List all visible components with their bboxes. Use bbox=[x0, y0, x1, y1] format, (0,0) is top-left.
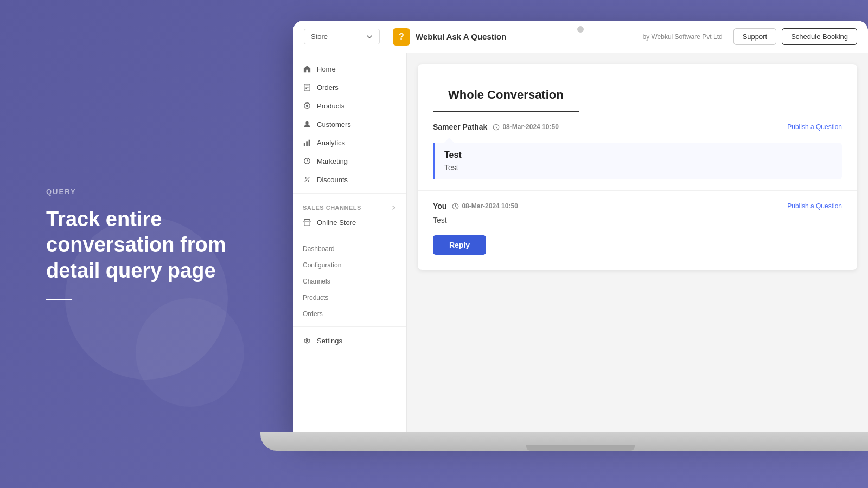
sub-nav-orders[interactable]: Orders bbox=[293, 306, 406, 322]
message-block-1: Sameer Pathak 08-Mar-2024 10:50 bbox=[418, 112, 857, 191]
sidebar-item-discounts[interactable]: Discounts bbox=[293, 170, 406, 189]
app-name: Webkul Ask A Question bbox=[416, 32, 506, 41]
sidebar-item-analytics[interactable]: Analytics bbox=[293, 133, 406, 152]
sidebar-item-customers[interactable]: Customers bbox=[293, 115, 406, 133]
customers-icon bbox=[303, 120, 311, 129]
publish-link-2[interactable]: Publish a Question bbox=[787, 202, 842, 210]
sidebar-divider-1 bbox=[293, 193, 406, 194]
sidebar-item-online-store[interactable]: Online Store bbox=[293, 213, 406, 232]
svg-point-11 bbox=[308, 180, 309, 182]
message-meta-1: Sameer Pathak 08-Mar-2024 10:50 bbox=[433, 123, 842, 131]
screen-content: Store ? Webkul Ask A Question by Webkul … bbox=[293, 21, 868, 433]
analytics-icon bbox=[303, 138, 311, 147]
sub-nav-products[interactable]: Products bbox=[293, 290, 406, 306]
topbar-actions: Support Schedule Booking bbox=[733, 28, 857, 45]
sidebar-item-products[interactable]: Products bbox=[293, 97, 406, 115]
heading-divider bbox=[46, 299, 72, 300]
home-icon bbox=[303, 65, 311, 73]
sub-nav-configuration[interactable]: Configuration bbox=[293, 257, 406, 273]
discounts-icon bbox=[303, 175, 311, 184]
sidebar: Home Orders Products bbox=[293, 53, 407, 433]
reply-meta: You 08-Mar-2024 10:50 bbox=[433, 202, 842, 210]
publish-link-1[interactable]: Publish a Question bbox=[787, 123, 842, 131]
by-text: by Webkul Software Pvt Ltd bbox=[642, 33, 722, 41]
main-heading: Track entire conversation from detail qu… bbox=[46, 207, 282, 284]
settings-icon bbox=[303, 336, 311, 345]
conv-header-wrapper: Whole Conversation bbox=[418, 64, 857, 112]
clock-icon-2 bbox=[452, 203, 459, 210]
svg-point-10 bbox=[305, 177, 307, 179]
reply-time: 08-Mar-2024 10:50 bbox=[452, 202, 518, 210]
sub-nav-channels[interactable]: Channels bbox=[293, 273, 406, 290]
main-area: Whole Conversation Sameer Pathak bbox=[407, 53, 868, 433]
message-bubble-1: Test Test bbox=[433, 143, 842, 179]
left-panel: QUERY Track entire conversation from det… bbox=[0, 0, 282, 488]
svg-rect-9 bbox=[309, 140, 310, 146]
conv-title: Whole Conversation bbox=[448, 88, 564, 102]
orders-icon bbox=[303, 83, 311, 92]
sub-nav-dashboard[interactable]: Dashboard bbox=[293, 241, 406, 257]
svg-rect-13 bbox=[304, 222, 310, 226]
sidebar-item-settings[interactable]: Settings bbox=[293, 331, 406, 350]
chevron-right-icon bbox=[391, 205, 397, 210]
laptop-notch bbox=[577, 26, 584, 33]
reply-button[interactable]: Reply bbox=[433, 235, 486, 255]
sidebar-divider-3 bbox=[293, 326, 406, 327]
sales-channels-label: Sales channels bbox=[293, 198, 406, 213]
svg-point-5 bbox=[306, 105, 308, 107]
marketing-icon bbox=[303, 157, 311, 165]
conversation-panel: Whole Conversation Sameer Pathak bbox=[418, 64, 857, 270]
message-time-1: 08-Mar-2024 10:50 bbox=[493, 123, 558, 131]
store-icon bbox=[303, 218, 311, 227]
reply-text: Test bbox=[433, 216, 842, 224]
reply-block: You 08-Mar-2024 10:50 bbox=[418, 191, 857, 270]
message-bubble-body-1: Test bbox=[444, 163, 832, 172]
store-selector[interactable]: Store bbox=[304, 29, 380, 44]
laptop-base bbox=[260, 432, 868, 451]
clock-icon-1 bbox=[493, 124, 500, 131]
svg-rect-7 bbox=[304, 143, 305, 146]
laptop-container: Store ? Webkul Ask A Question by Webkul … bbox=[293, 21, 868, 476]
app-branding: ? Webkul Ask A Question bbox=[393, 28, 506, 46]
support-button[interactable]: Support bbox=[733, 28, 777, 45]
sidebar-item-orders[interactable]: Orders bbox=[293, 78, 406, 97]
sidebar-item-home[interactable]: Home bbox=[293, 60, 406, 78]
laptop-screen: Store ? Webkul Ask A Question by Webkul … bbox=[293, 21, 868, 433]
svg-point-6 bbox=[305, 121, 308, 124]
chevron-down-icon bbox=[366, 34, 373, 40]
app-icon: ? bbox=[393, 28, 410, 46]
reply-author: You 08-Mar-2024 10:50 bbox=[433, 202, 518, 210]
schedule-booking-button[interactable]: Schedule Booking bbox=[782, 28, 857, 45]
sidebar-divider-2 bbox=[293, 236, 406, 236]
conv-header: Whole Conversation bbox=[433, 76, 579, 112]
main-layout: Home Orders Products bbox=[293, 53, 868, 433]
sidebar-item-marketing[interactable]: Marketing bbox=[293, 152, 406, 170]
topbar: Store ? Webkul Ask A Question by Webkul … bbox=[293, 21, 868, 53]
products-icon bbox=[303, 101, 311, 110]
message-bubble-title-1: Test bbox=[444, 150, 832, 160]
query-label: QUERY bbox=[46, 188, 282, 196]
message-author-1: Sameer Pathak 08-Mar-2024 10:50 bbox=[433, 123, 559, 131]
svg-rect-8 bbox=[306, 141, 308, 146]
